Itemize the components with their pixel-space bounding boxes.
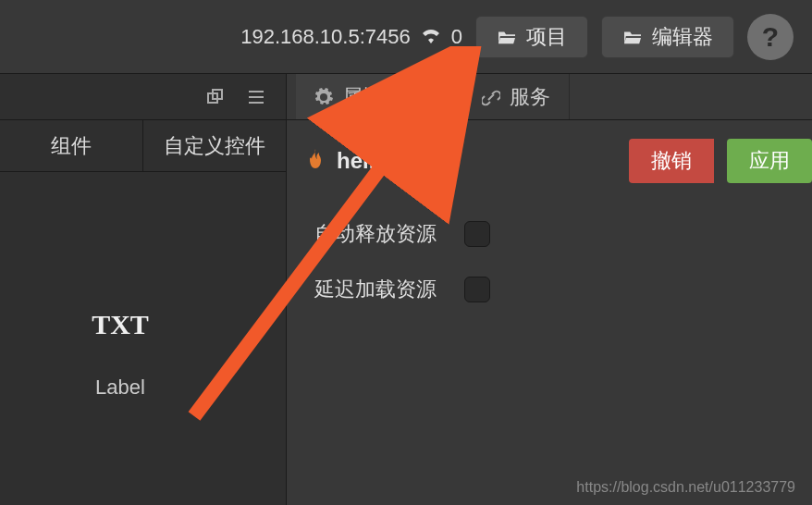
right-panel: 属性检查器 服务 helloworld 撤销 应用 自动释放资源 延迟 xyxy=(287,74,812,505)
asset-name: helloworld xyxy=(337,148,448,174)
popout-icon[interactable] xyxy=(206,88,225,106)
tab-custom-widgets[interactable]: 自定义控件 xyxy=(143,120,286,172)
help-button[interactable]: ? xyxy=(747,14,794,60)
tab-services[interactable]: 服务 xyxy=(463,74,570,119)
widget-label: Label xyxy=(95,376,145,400)
tab-components[interactable]: 组件 xyxy=(0,120,143,172)
undo-button[interactable]: 撤销 xyxy=(629,139,714,183)
txt-icon: TXT xyxy=(69,292,171,357)
properties-list: 自动释放资源 延迟加载资源 xyxy=(287,202,812,322)
help-icon: ? xyxy=(762,21,779,53)
prop-auto-release: 自动释放资源 xyxy=(314,220,784,248)
widget-item[interactable]: e xyxy=(0,292,37,418)
watermark: https://blog.csdn.net/u011233779 xyxy=(576,479,795,496)
folder-open-icon xyxy=(622,29,643,45)
tab-inspector-label: 属性检查器 xyxy=(342,83,444,111)
prop-lazy-load: 延迟加载资源 xyxy=(314,276,784,303)
wifi-count: 0 xyxy=(451,25,462,49)
left-panel: 组件 自定义控件 e TXT Label xyxy=(0,74,287,505)
svg-rect-4 xyxy=(249,102,264,104)
svg-rect-3 xyxy=(249,96,264,98)
tab-inspector[interactable]: 属性检查器 xyxy=(296,74,463,119)
main-area: 组件 自定义控件 e TXT Label 属性检查器 服务 xyxy=(0,74,812,505)
fire-icon xyxy=(305,149,326,173)
gear-icon xyxy=(314,88,333,106)
link-icon xyxy=(482,88,500,106)
left-toolbar xyxy=(0,74,286,120)
wifi-icon xyxy=(420,25,442,49)
apply-button[interactable]: 应用 xyxy=(727,139,812,183)
project-button-label: 项目 xyxy=(526,23,567,51)
folder-open-icon xyxy=(497,29,517,45)
asset-header: helloworld 撤销 应用 xyxy=(287,120,812,202)
lazy-load-checkbox[interactable] xyxy=(464,277,490,302)
project-button[interactable]: 项目 xyxy=(475,16,588,58)
asset-title: helloworld xyxy=(305,148,448,174)
prop-label: 自动释放资源 xyxy=(314,220,437,248)
left-tabs: 组件 自定义控件 xyxy=(0,120,286,172)
editor-button[interactable]: 编辑器 xyxy=(601,16,734,58)
widget-item-label[interactable]: TXT Label xyxy=(55,292,185,400)
action-button-group: 撤销 应用 xyxy=(629,139,812,183)
right-tabs: 属性检查器 服务 xyxy=(287,74,812,120)
auto-release-checkbox[interactable] xyxy=(464,221,490,247)
menu-icon[interactable] xyxy=(247,88,265,106)
ip-block: 192.168.10.5:7456 0 xyxy=(240,25,462,49)
ip-address: 192.168.10.5:7456 xyxy=(240,25,411,49)
topbar: 192.168.10.5:7456 0 项目 编辑器 ? xyxy=(0,0,812,74)
widget-area: e TXT Label xyxy=(0,172,286,505)
editor-button-label: 编辑器 xyxy=(652,23,713,51)
svg-rect-2 xyxy=(249,91,264,92)
prop-label: 延迟加载资源 xyxy=(314,276,437,303)
tab-services-label: 服务 xyxy=(510,83,550,111)
